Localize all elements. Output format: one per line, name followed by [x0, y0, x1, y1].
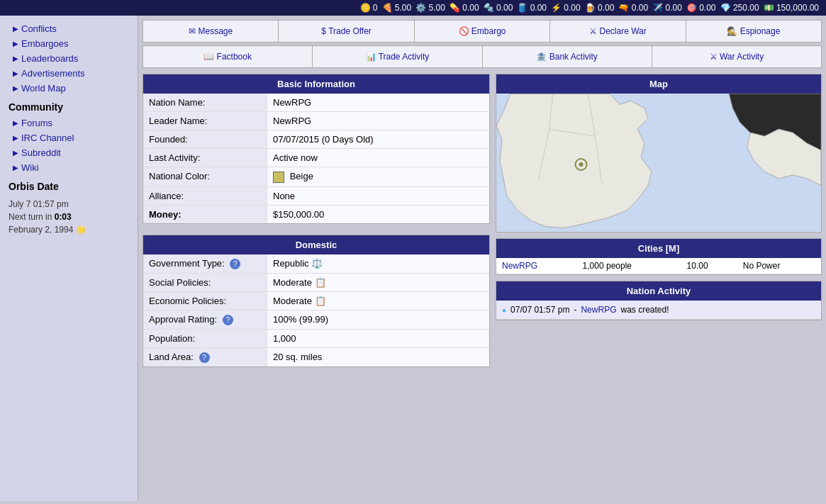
leader-name-label: Leader Name:: [143, 112, 267, 130]
resource-money: 💵 150,000.00: [764, 3, 819, 13]
resource-uranium: 🎯 0.00: [686, 3, 716, 13]
sidebar: ▶ Conflicts ▶ Embargoes ▶ Leaderboards ▶…: [0, 16, 138, 501]
last-activity-label: Last Activity:: [143, 149, 267, 167]
table-row: NewRPG 1,000 people 10.00 No Power: [496, 258, 821, 274]
main-content: ✉ Message $ Trade Offer 🚫 Embargo ⚔ Decl…: [138, 16, 826, 501]
nation-name-label: Nation Name:: [143, 94, 267, 111]
nation-name-row: Nation Name: NewRPG: [143, 94, 489, 112]
orbis-date-title: Orbis Date: [0, 175, 138, 198]
cities-table: NewRPG 1,000 people 10.00 No Power: [496, 258, 821, 274]
activity-header: Nation Activity: [496, 281, 821, 301]
city-area: 10.00: [681, 258, 737, 274]
population-value: 1,000: [267, 330, 489, 347]
leader-name-row: Leader Name: NewRPG: [143, 112, 489, 130]
activity-nation-link[interactable]: NewRPG: [581, 305, 616, 315]
land-area-help[interactable]: ?: [199, 352, 210, 363]
sidebar-item-embargoes[interactable]: ▶ Embargoes: [0, 36, 138, 51]
resource-food: 🍕 5.00: [382, 3, 412, 13]
trade-offer-button[interactable]: $ Trade Offer: [279, 21, 414, 42]
last-activity-value: Active now: [267, 149, 489, 167]
sidebar-item-wiki[interactable]: ▶ Wiki: [0, 160, 138, 175]
espionage-button[interactable]: 🕵 Espionage: [686, 21, 821, 42]
tab-war-activity[interactable]: ⚔ War Activity: [652, 46, 821, 67]
orbis-real-date: February 2, 1994 🌟: [0, 223, 138, 236]
community-section-title: Community: [0, 96, 138, 116]
alliance-value: None: [267, 187, 489, 205]
sidebar-item-subreddit[interactable]: ▶ Subreddit: [0, 145, 138, 160]
social-policies-row: Social Policies: Moderate 📋: [143, 274, 489, 292]
content-grid: Basic Information Nation Name: NewRPG Le…: [143, 74, 822, 367]
map-panel: Map: [496, 74, 822, 233]
sidebar-item-advertisements[interactable]: ▶ Advertisements: [0, 66, 138, 81]
city-name-link[interactable]: NewRPG: [496, 258, 577, 274]
government-type-label: Government Type: ?: [143, 254, 267, 273]
founded-label: Founded:: [143, 130, 267, 148]
land-area-value: 20 sq. miles: [267, 348, 489, 366]
domestic-panel: Domestic Government Type: ? Republic ⚖️ …: [143, 235, 490, 367]
orbis-date-time: July 7 01:57 pm: [0, 198, 138, 211]
government-type-row: Government Type: ? Republic ⚖️: [143, 254, 489, 274]
approval-rating-row: Approval Rating: ? 100% (99.99): [143, 310, 489, 330]
activity-action: was created!: [620, 305, 669, 315]
population-row: Population: 1,000: [143, 330, 489, 348]
government-type-value: Republic ⚖️: [267, 254, 489, 273]
resource-medicine: 💊 0.00: [450, 3, 479, 13]
map-svg: [496, 94, 821, 232]
svg-point-7: [579, 162, 583, 167]
land-area-label: Land Area: ?: [143, 348, 267, 366]
activity-panel: Nation Activity ● 07/07 01:57 pm - NewRP…: [496, 281, 822, 320]
leader-name-value: NewRPG: [267, 112, 489, 130]
activity-dot-icon: ●: [502, 306, 506, 314]
activity-entry: ● 07/07 01:57 pm - NewRPG was created!: [496, 301, 821, 320]
social-policies-label: Social Policies:: [143, 274, 267, 291]
domestic-header: Domestic: [143, 235, 489, 254]
government-type-help[interactable]: ?: [230, 259, 240, 269]
basic-info-header: Basic Information: [143, 74, 489, 94]
sidebar-item-forums[interactable]: ▶ Forums: [0, 116, 138, 130]
social-policies-value: Moderate 📋: [267, 274, 489, 291]
sidebar-item-conflicts[interactable]: ▶ Conflicts: [0, 21, 138, 36]
money-row: Money: $150,000.00: [143, 206, 489, 223]
sidebar-item-leaderboards[interactable]: ▶ Leaderboards: [0, 51, 138, 66]
national-color-value: Beige: [267, 167, 489, 186]
cities-header: Cities [M]: [496, 239, 821, 258]
economic-policies-label: Economic Policies:: [143, 292, 267, 310]
resource-bauxite: ⚡ 0.00: [551, 3, 581, 13]
basic-info-panel: Basic Information Nation Name: NewRPG Le…: [143, 74, 490, 224]
city-population: 1,000 people: [577, 258, 681, 274]
color-swatch: [273, 172, 284, 183]
resource-lead: 🔫 0.00: [618, 3, 648, 13]
map-header: Map: [496, 74, 821, 94]
money-label: Money:: [143, 206, 267, 223]
resource-credits2: 💎 250.00: [720, 3, 759, 13]
right-panel: Map: [496, 74, 822, 367]
national-color-label: National Color:: [143, 167, 267, 186]
alliance-row: Alliance: None: [143, 187, 489, 206]
last-activity-row: Last Activity: Active now: [143, 149, 489, 167]
orbis-next-turn: Next turn in 0:03: [0, 211, 138, 223]
tab-factbook[interactable]: 📖 Factbook: [143, 46, 313, 67]
approval-rating-label: Approval Rating: ?: [143, 310, 267, 329]
city-power: No Power: [737, 258, 821, 274]
approval-rating-help[interactable]: ?: [223, 315, 233, 325]
resource-munitions: 🔩 0.00: [484, 3, 513, 13]
resource-iron: ✈️ 0.00: [652, 3, 682, 13]
money-value: $150,000.00: [267, 206, 489, 223]
resource-gasoline: 🛢️ 0.00: [517, 3, 547, 13]
resource-credits: 🪙 0: [360, 3, 378, 13]
action-row: ✉ Message $ Trade Offer 🚫 Embargo ⚔ Decl…: [143, 20, 822, 43]
embargo-button[interactable]: 🚫 Embargo: [415, 21, 550, 42]
message-button[interactable]: ✉ Message: [143, 21, 279, 42]
tab-row: 📖 Factbook 📊 Trade Activity 🏦 Bank Activ…: [143, 45, 822, 68]
tab-bank-activity[interactable]: 🏦 Bank Activity: [483, 46, 652, 67]
nation-name-value: NewRPG: [267, 94, 489, 111]
sidebar-item-irc[interactable]: ▶ IRC Channel: [0, 130, 138, 145]
approval-rating-value: 100% (99.99): [267, 310, 489, 329]
resource-aluminum: 🍺 0.00: [585, 3, 615, 13]
tab-trade-activity[interactable]: 📊 Trade Activity: [313, 46, 482, 67]
declare-war-button[interactable]: ⚔ Declare War: [550, 21, 686, 42]
sidebar-item-world-map[interactable]: ▶ World Map: [0, 81, 138, 96]
national-color-row: National Color: Beige: [143, 167, 489, 187]
alliance-label: Alliance:: [143, 187, 267, 205]
cities-panel: Cities [M] NewRPG 1,000 people 10.00 No …: [496, 238, 822, 275]
